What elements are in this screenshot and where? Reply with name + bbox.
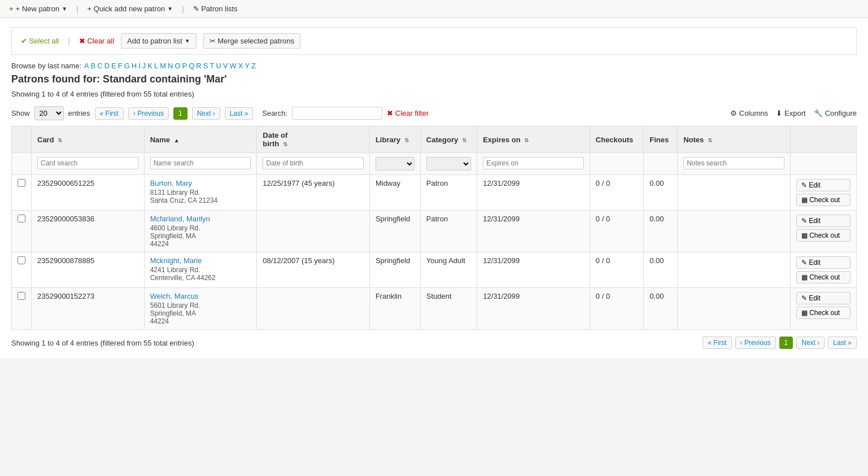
clear-all-label: ✖ Clear all: [79, 37, 114, 45]
browse-letter-L[interactable]: L: [154, 62, 158, 70]
browse-letter-M[interactable]: M: [160, 62, 166, 70]
clear-filter-button[interactable]: ✖ Clear filter: [387, 109, 429, 117]
browse-letter-Z[interactable]: Z: [251, 62, 256, 70]
expires-filter-input[interactable]: [483, 157, 584, 169]
checkout-button-2[interactable]: ▦ Check out: [796, 271, 850, 283]
name-filter-input[interactable]: [150, 157, 251, 169]
browse-letter-D[interactable]: D: [104, 62, 110, 70]
patron-address: 8131 Library Rd.Santa Cruz, CA 21234: [150, 189, 251, 204]
table-header-row: Card ⇅ Name ▲ Date ofbirth ⇅ Library ⇅ C…: [12, 126, 857, 153]
category-cell: Patron: [420, 175, 477, 211]
quick-add-button[interactable]: + Quick add new patron ▼: [88, 5, 173, 13]
browse-letter-J[interactable]: J: [142, 62, 146, 70]
browse-letter-X[interactable]: X: [238, 62, 243, 70]
bottom-first-button[interactable]: « First: [703, 337, 731, 349]
edit-button-1[interactable]: ✎ Edit: [796, 215, 850, 227]
merge-patrons-button[interactable]: ✂ Merge selected patrons: [203, 33, 300, 49]
browse-letter-K[interactable]: K: [147, 62, 152, 70]
add-to-patron-list-button[interactable]: Add to patron list ▼: [121, 33, 196, 49]
edit-button-3[interactable]: ✎ Edit: [796, 292, 850, 304]
browse-letter-T[interactable]: T: [210, 62, 214, 70]
browse-letter-O[interactable]: O: [175, 62, 180, 70]
name-cell: Mcknight, Marie4241 Library Rd.Centervil…: [144, 252, 257, 288]
browse-letter-F[interactable]: F: [118, 62, 123, 70]
card-cell: 23529000878885: [32, 252, 145, 288]
browse-letter-Q[interactable]: Q: [189, 62, 194, 70]
category-header[interactable]: Category ⇅: [420, 126, 477, 153]
actions-cell: ✎ Edit▦ Check out: [790, 211, 856, 252]
browse-letter-I[interactable]: I: [138, 62, 141, 70]
browse-letter-H[interactable]: H: [132, 62, 137, 70]
browse-letter-C[interactable]: C: [97, 62, 102, 70]
columns-label: Columns: [739, 109, 768, 117]
patron-name-link[interactable]: Welch, Marcus: [150, 292, 199, 300]
bottom-prev-button[interactable]: ‹ Previous: [735, 337, 776, 349]
new-patron-button[interactable]: + + New patron ▼: [9, 5, 67, 13]
edit-button-2[interactable]: ✎ Edit: [796, 256, 850, 269]
browse-letter-N[interactable]: N: [168, 62, 173, 70]
row-checkbox-0[interactable]: [18, 179, 25, 187]
browse-letter-Y[interactable]: Y: [245, 62, 250, 70]
dob-filter-input[interactable]: [263, 157, 364, 169]
browse-letter-U[interactable]: U: [216, 62, 221, 70]
dropdown-arrow-icon: ▼: [62, 6, 67, 12]
first-page-button[interactable]: « First: [95, 107, 124, 120]
bottom-current-page: 1: [779, 337, 793, 349]
row-checkbox-3[interactable]: [18, 292, 25, 300]
patron-name-link[interactable]: Mcfarland, Marilyn: [150, 215, 210, 223]
name-cell: Burton, Mary8131 Library Rd.Santa Cruz, …: [144, 175, 257, 211]
bottom-next-button[interactable]: Next ›: [796, 337, 825, 349]
browse-letter-V[interactable]: V: [223, 62, 228, 70]
next-page-button[interactable]: Next ›: [192, 107, 220, 120]
patron-lists-button[interactable]: ✎ Patron lists: [193, 5, 238, 13]
expires-cell: 12/31/2099: [477, 252, 590, 288]
notes-filter-input[interactable]: [683, 157, 784, 169]
prev-page-button[interactable]: ‹ Previous: [128, 107, 169, 120]
dob-filter-cell: [257, 153, 370, 175]
checkout-button-0[interactable]: ▦ Check out: [796, 194, 850, 206]
browse-letter-G[interactable]: G: [124, 62, 130, 70]
columns-button[interactable]: ⚙ Columns: [730, 109, 768, 117]
checkout-button-1[interactable]: ▦ Check out: [796, 229, 850, 242]
checkout-button-3[interactable]: ▦ Check out: [796, 307, 850, 319]
category-cell: Young Adult: [420, 252, 477, 288]
category-filter-cell: [420, 153, 477, 175]
browse-letter-R[interactable]: R: [196, 62, 201, 70]
patron-name-link[interactable]: Mcknight, Marie: [150, 256, 202, 265]
clear-all-button[interactable]: ✖ Clear all: [79, 37, 114, 45]
browse-letter-W[interactable]: W: [229, 62, 236, 70]
expires-cell: 12/31/2099: [477, 288, 590, 330]
show-select[interactable]: 20 50 100: [34, 106, 64, 120]
name-header[interactable]: Name ▲: [144, 126, 257, 153]
expires-filter-cell: [477, 153, 590, 175]
action-bar: ✔ Select all | ✖ Clear all Add to patron…: [11, 27, 857, 55]
configure-button[interactable]: 🔧 Configure: [814, 109, 857, 117]
table-search-input[interactable]: [292, 107, 382, 120]
patron-name-link[interactable]: Burton, Mary: [150, 179, 192, 187]
bottom-last-button[interactable]: Last »: [828, 337, 857, 349]
select-all-button[interactable]: ✔ Select all: [21, 37, 59, 45]
search-label: Search:: [262, 109, 287, 117]
browse-letter-S[interactable]: S: [203, 62, 208, 70]
category-filter-select[interactable]: [426, 157, 471, 171]
row-checkbox-1[interactable]: [18, 215, 25, 222]
actions-filter-cell: [790, 153, 856, 175]
expires-header[interactable]: Expires on ⇅: [477, 126, 590, 153]
card-header[interactable]: Card ⇅: [32, 126, 145, 153]
browse-letter-A[interactable]: A: [84, 62, 89, 70]
library-header[interactable]: Library ⇅: [369, 126, 420, 153]
browse-letter-B[interactable]: B: [91, 62, 96, 70]
notes-header[interactable]: Notes ⇅: [678, 126, 791, 153]
card-sort-icon: ⇅: [58, 137, 62, 143]
browse-letter-E[interactable]: E: [111, 62, 116, 70]
browse-letter-P[interactable]: P: [182, 62, 187, 70]
last-page-button[interactable]: Last »: [225, 107, 254, 120]
patron-address: 5601 Library Rd.Springfield, MA44224: [150, 302, 251, 325]
row-checkbox-2[interactable]: [18, 256, 25, 264]
edit-button-0[interactable]: ✎ Edit: [796, 179, 850, 191]
checkouts-cell: 0 / 0: [590, 288, 643, 330]
dob-header[interactable]: Date ofbirth ⇅: [257, 126, 370, 153]
card-filter-input[interactable]: [37, 157, 138, 169]
export-button[interactable]: ⬇ Export: [776, 109, 806, 117]
library-filter-select[interactable]: [376, 157, 415, 171]
